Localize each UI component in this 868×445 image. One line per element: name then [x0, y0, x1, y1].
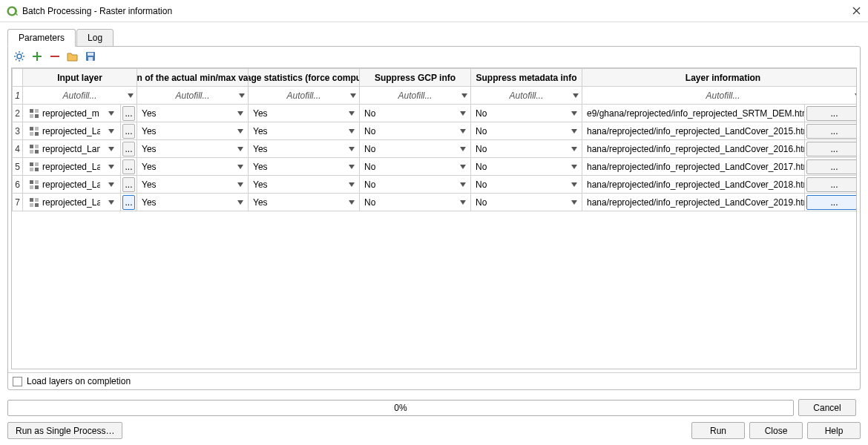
meta-combo[interactable]: No [471, 126, 582, 136]
remove-row-icon[interactable] [48, 50, 62, 63]
svg-rect-11 [88, 57, 93, 61]
raster-icon [29, 197, 39, 208]
autofill-info[interactable]: Autofill... [582, 87, 857, 104]
input-layer-combo[interactable]: reprojected_La [24, 176, 119, 193]
close-button[interactable]: Close [749, 422, 803, 439]
minmax-combo[interactable]: Yes [137, 108, 248, 119]
meta-combo[interactable]: No [471, 162, 582, 172]
output-path-field[interactable]: hana/reprojected/info_reprojected_LandCo… [582, 176, 805, 194]
svg-rect-10 [88, 53, 93, 56]
input-layer-combo[interactable]: reprojectd_Lan [24, 140, 119, 157]
gcp-combo[interactable]: No [360, 162, 470, 172]
output-browse-button[interactable]: ... [806, 106, 857, 121]
raster-icon [29, 126, 39, 136]
title-bar: Batch Processing - Raster information [0, 0, 868, 22]
output-path-field[interactable]: hana/reprojected/info_reprojected_LandCo… [582, 122, 805, 140]
raster-icon [29, 108, 39, 119]
minmax-combo[interactable]: Yes [137, 162, 248, 172]
meta-combo[interactable]: No [471, 144, 582, 154]
gcp-combo[interactable]: No [360, 126, 470, 136]
output-path-field[interactable]: hana/reprojected/info_reprojected_LandCo… [582, 158, 805, 176]
input-layer-combo[interactable]: reprojected_m [24, 105, 119, 122]
cancel-button[interactable]: Cancel [798, 399, 856, 416]
input-browse-button[interactable]: ... [122, 124, 135, 139]
header-stats: age statistics (force compu [249, 69, 359, 86]
raster-icon [29, 162, 39, 172]
input-browse-button[interactable]: ... [122, 142, 135, 156]
input-layer-combo[interactable]: reprojected_La [24, 158, 119, 175]
toolbar [8, 47, 860, 66]
open-icon[interactable] [66, 50, 79, 63]
gcp-combo[interactable]: No [360, 108, 470, 119]
svg-line-8 [22, 53, 24, 54]
help-button[interactable]: Help [807, 422, 861, 439]
minmax-combo[interactable]: Yes [137, 197, 248, 208]
svg-line-5 [16, 53, 17, 54]
output-path-field[interactable]: e9/ghana/reprojected/info_reprojected_SR… [582, 105, 805, 122]
row-number: 7 [13, 194, 23, 211]
meta-combo[interactable]: No [471, 179, 582, 190]
autofill-gcp[interactable]: Autofill... [360, 87, 470, 104]
output-browse-button[interactable]: ... [806, 159, 857, 174]
header-meta: Suppress metadata info [471, 69, 582, 86]
output-browse-button[interactable]: ... [806, 195, 857, 210]
minmax-combo[interactable]: Yes [137, 144, 248, 154]
stats-combo[interactable]: Yes [249, 179, 359, 190]
tab-parameters[interactable]: Parameters [7, 29, 76, 47]
svg-rect-26 [30, 168, 33, 171]
run-button[interactable]: Run [691, 422, 745, 439]
minmax-combo[interactable]: Yes [137, 179, 248, 190]
input-browse-button[interactable]: ... [122, 195, 135, 210]
meta-combo[interactable]: No [471, 197, 582, 208]
run-single-button[interactable]: Run as Single Process… [7, 422, 122, 439]
input-layer-combo[interactable]: reprojected_La [24, 194, 119, 211]
input-layer-combo[interactable]: reprojected_La [24, 122, 119, 139]
autofill-meta[interactable]: Autofill... [471, 87, 582, 104]
output-path-field[interactable]: hana/reprojected/info_reprojected_LandCo… [582, 194, 805, 211]
stats-combo[interactable]: Yes [249, 197, 359, 208]
output-browse-button[interactable]: ... [806, 142, 857, 156]
minmax-combo[interactable]: Yes [137, 126, 248, 136]
meta-combo[interactable]: No [471, 108, 582, 119]
output-path-field[interactable]: hana/reprojected/info_reprojected_LandCo… [582, 140, 805, 158]
svg-rect-22 [30, 150, 33, 154]
tab-log[interactable]: Log [76, 29, 114, 47]
gcp-combo[interactable]: No [360, 197, 470, 208]
gcp-combo[interactable]: No [360, 179, 470, 190]
header-minmax: n of the actual min/max va [137, 69, 248, 86]
save-icon[interactable] [84, 50, 97, 63]
input-browse-button[interactable]: ... [122, 177, 135, 192]
stats-combo[interactable]: Yes [249, 108, 359, 119]
autofill-stats[interactable]: Autofill... [249, 87, 359, 104]
gcp-combo[interactable]: No [360, 144, 470, 154]
autofill-minmax[interactable]: Autofill... [137, 87, 248, 104]
svg-rect-29 [35, 180, 39, 184]
raster-icon [29, 179, 39, 190]
svg-rect-35 [35, 203, 39, 207]
content-area: Parameters Log [0, 22, 868, 395]
input-browse-button[interactable]: ... [122, 106, 135, 121]
svg-rect-17 [35, 127, 39, 131]
load-on-completion-checkbox[interactable] [13, 377, 22, 386]
svg-rect-32 [30, 198, 33, 202]
advanced-icon[interactable] [13, 50, 26, 63]
raster-icon [29, 144, 39, 154]
input-browse-button[interactable]: ... [122, 159, 135, 174]
autofill-input[interactable]: Autofill... [23, 87, 137, 104]
svg-rect-28 [30, 180, 33, 184]
svg-point-0 [17, 54, 22, 59]
row-number: 4 [13, 140, 23, 158]
svg-rect-30 [30, 185, 33, 189]
stats-combo[interactable]: Yes [249, 162, 359, 172]
output-browse-button[interactable]: ... [806, 124, 857, 139]
svg-rect-25 [35, 162, 39, 166]
output-browse-button[interactable]: ... [806, 177, 857, 192]
svg-line-6 [22, 59, 24, 61]
stats-combo[interactable]: Yes [249, 126, 359, 136]
svg-rect-34 [30, 203, 33, 207]
stats-combo[interactable]: Yes [249, 144, 359, 154]
add-row-icon[interactable] [30, 50, 44, 63]
svg-rect-18 [30, 132, 33, 136]
close-icon[interactable] [850, 5, 862, 17]
window-title: Batch Processing - Raster information [22, 6, 850, 16]
